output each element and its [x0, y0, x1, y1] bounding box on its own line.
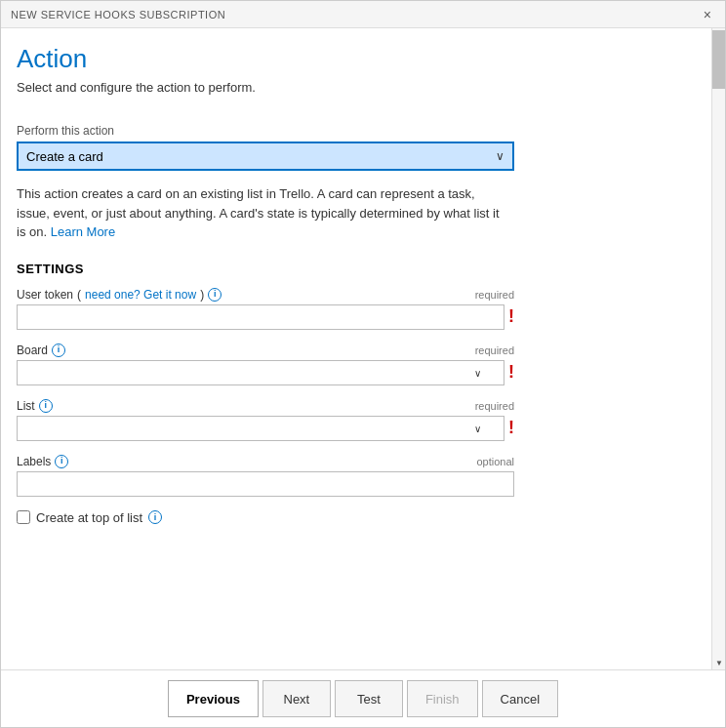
create-at-top-checkbox[interactable] — [17, 510, 30, 524]
user-token-label: User token (need one? Get it now) i — [17, 288, 222, 302]
action-field-row: Perform this action Create a card ∨ — [17, 124, 514, 171]
labels-label: Labels i — [17, 455, 68, 468]
list-field-row: List i required ∨ ! — [17, 399, 514, 441]
scroll-down-arrow[interactable]: ▼ — [712, 656, 725, 669]
list-header: List i required — [17, 399, 514, 413]
user-token-error-icon: ! — [508, 306, 514, 327]
learn-more-link[interactable]: Learn More — [51, 224, 115, 239]
board-field-row: Board i required ∨ ! — [17, 344, 514, 385]
list-label: List i — [17, 399, 53, 413]
user-token-field-row: User token (need one? Get it now) i requ… — [17, 288, 514, 330]
action-selected-value: Create a card — [26, 149, 103, 164]
test-button[interactable]: Test — [335, 680, 403, 717]
labels-input[interactable] — [17, 471, 514, 497]
board-select[interactable] — [17, 360, 504, 385]
page-subtitle: Select and configure the action to perfo… — [17, 80, 709, 95]
board-info-icon[interactable]: i — [52, 344, 65, 357]
checkbox-info-icon[interactable]: i — [148, 510, 162, 524]
dialog-content: ▲ ▼ Action Select and configure the acti… — [1, 28, 725, 669]
settings-heading: SETTINGS — [17, 262, 709, 276]
close-button[interactable]: × — [700, 8, 715, 21]
cancel-button[interactable]: Cancel — [482, 680, 558, 717]
dialog-footer: Previous Next Test Finish Cancel — [1, 669, 725, 727]
next-button[interactable]: Next — [262, 680, 331, 717]
user-token-required: required — [475, 289, 514, 301]
board-required: required — [475, 344, 514, 356]
labels-info-icon[interactable]: i — [55, 455, 68, 468]
board-error-icon: ! — [508, 362, 514, 383]
board-header: Board i required — [17, 344, 514, 357]
action-select-container: Create a card ∨ — [17, 142, 514, 171]
board-select-container: ∨ — [17, 360, 504, 385]
action-field-label: Perform this action — [17, 124, 514, 138]
titlebar: NEW SERVICE HOOKS SUBSCRIPTION × — [1, 1, 725, 28]
get-it-now-link[interactable]: need one? Get it now — [85, 288, 196, 302]
list-select[interactable] — [17, 416, 504, 441]
list-info-icon[interactable]: i — [39, 399, 53, 413]
user-token-input-wrapper: ! — [17, 304, 514, 330]
scrollbar-track[interactable]: ▲ ▼ — [711, 28, 725, 669]
list-required: required — [475, 400, 514, 412]
action-select[interactable]: Create a card ∨ — [17, 142, 514, 171]
checkbox-label: Create at top of list — [36, 510, 142, 525]
chevron-down-icon: ∨ — [496, 149, 504, 163]
previous-button[interactable]: Previous — [168, 680, 259, 717]
action-description: This action creates a card on an existin… — [17, 184, 504, 242]
user-token-input[interactable] — [17, 304, 504, 330]
list-select-container: ∨ — [17, 416, 504, 441]
list-select-wrapper: ∨ ! — [17, 416, 514, 441]
page-heading: Action — [17, 44, 696, 74]
labels-input-wrapper — [17, 471, 514, 497]
dialog-title: NEW SERVICE HOOKS SUBSCRIPTION — [11, 9, 225, 20]
labels-header: Labels i optional — [17, 455, 514, 468]
checkbox-row: Create at top of list i — [17, 510, 709, 525]
user-token-header: User token (need one? Get it now) i requ… — [17, 288, 514, 302]
scrollbar-thumb[interactable] — [712, 30, 725, 89]
user-token-info-icon[interactable]: i — [208, 288, 222, 302]
board-select-wrapper: ∨ ! — [17, 360, 514, 385]
list-error-icon: ! — [508, 418, 514, 438]
labels-field-row: Labels i optional — [17, 455, 514, 497]
board-label: Board i — [17, 344, 65, 357]
finish-button[interactable]: Finish — [407, 680, 478, 717]
dialog: NEW SERVICE HOOKS SUBSCRIPTION × ▲ ▼ Act… — [0, 0, 726, 728]
labels-optional: optional — [476, 456, 514, 467]
